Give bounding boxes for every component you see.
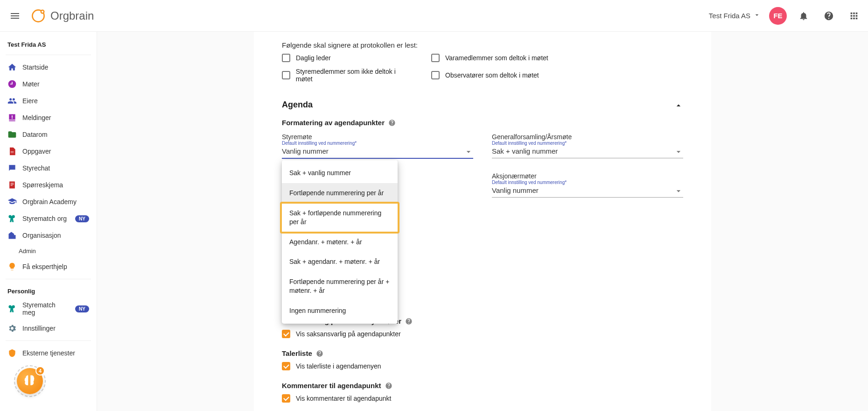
fab-badge: 4 — [35, 366, 45, 376]
org-icon — [7, 231, 17, 240]
avatar[interactable]: FE — [769, 7, 787, 25]
select-styremote-numbering[interactable]: Vanlig nummer — [282, 144, 473, 159]
sidebar-item-9[interactable]: Styrematch orgNY — [0, 210, 97, 227]
chk-label: Daglig leder — [296, 54, 331, 62]
sidebar-item-label: Spørreskjema — [22, 181, 63, 189]
checkbox-icon — [282, 71, 290, 79]
dropdown-option[interactable]: Sak + vanlig nummer — [282, 163, 398, 183]
chk-label: Vis saksansvarlig på agendapunkter — [296, 330, 401, 338]
help-button[interactable] — [820, 7, 837, 24]
sidebar-item-3[interactable]: Meldinger — [0, 109, 97, 126]
sidebar-tenant: Test Frida AS — [0, 36, 97, 51]
talerliste-title: Talerliste — [282, 349, 312, 357]
dropdown-option[interactable]: Ingen nummerering — [282, 301, 398, 321]
sidebar-item-label: Datarom — [22, 131, 48, 138]
apps-grid-icon — [849, 11, 859, 21]
chk-daily-leader[interactable]: Daglig leder — [282, 54, 413, 62]
sidebar-item-external[interactable]: Eksterne tjenester — [0, 345, 97, 361]
divider — [6, 55, 91, 55]
svg-point-2 — [42, 11, 43, 13]
dropdown-option[interactable]: Agendanr. + møtenr. + år — [282, 232, 398, 252]
chk-observers[interactable]: Observatører som deltok i møtet — [431, 68, 683, 83]
sidebar-item-p1[interactable]: Innstillinger — [0, 320, 97, 337]
chk-talerliste[interactable]: Vis talerliste i agendamenyen — [282, 362, 683, 370]
folder-icon — [7, 130, 17, 139]
chat-icon — [7, 163, 17, 173]
help-icon[interactable] — [388, 119, 396, 127]
kommentar-title: Kommentarer til agendapunkt — [282, 382, 381, 390]
checkbox-icon — [431, 54, 440, 62]
logo-text: Orgbrain — [50, 9, 94, 22]
dropdown-option[interactable]: Sak + fortløpende nummerering per år — [282, 203, 398, 232]
select-floating-label: Default innstilling ved nummerering* — [492, 180, 567, 185]
appbar: Orgbrain Test Frida AS FE — [0, 0, 868, 32]
sidebar-item-label: Oppgaver — [22, 148, 51, 155]
sidebar-item-2[interactable]: Eiere — [0, 92, 97, 109]
sidebar-item-label: Styrematch meg — [22, 301, 70, 316]
caret-down-icon — [674, 186, 683, 197]
badge-new: NY — [75, 305, 89, 312]
chk-label: Vis talerliste i agendamenyen — [296, 362, 381, 370]
dropdown-option[interactable]: Fortløpende nummerering per år + møtenr.… — [282, 272, 398, 301]
checkbox-checked-icon — [282, 394, 290, 403]
help-icon[interactable] — [405, 318, 413, 325]
bell-icon — [798, 11, 809, 21]
sidebar-item-5[interactable]: Oppgaver — [0, 143, 97, 160]
alert-icon — [7, 113, 17, 122]
doc-icon — [7, 147, 17, 156]
sidebar-item-10[interactable]: Organisasjon — [0, 227, 97, 244]
org-switcher[interactable]: Test Frida AS — [709, 11, 761, 20]
caret-down-icon — [464, 147, 473, 158]
caret-down-icon — [674, 147, 683, 158]
formatting-title: Formatering av agendapunkter — [282, 119, 385, 127]
chevron-up-icon — [674, 99, 683, 110]
chk-saksansvarlig[interactable]: Vis saksansvarlig på agendapunkter — [282, 330, 683, 338]
checkbox-checked-icon — [282, 330, 290, 338]
sidebar-sub-admin[interactable]: Admin — [0, 244, 97, 258]
sidebar-item-expert[interactable]: Få eksperthjelp — [0, 258, 97, 275]
sidebar-item-label: Styrematch org — [22, 215, 67, 222]
chk-label: Styremedlemmer som ikke deltok i møtet — [296, 68, 413, 83]
help-icon[interactable] — [385, 382, 392, 390]
sidebar-item-6[interactable]: Styrechat — [0, 160, 97, 177]
select-value: Sak + vanlig nummer — [492, 147, 558, 155]
help-fab[interactable]: 4 — [17, 368, 43, 394]
menu-toggle[interactable] — [6, 7, 24, 25]
select-general-numbering[interactable]: Sak + vanlig nummer — [492, 144, 683, 158]
chk-label: Vis kommentarer til agendapunkt — [296, 395, 391, 402]
apps-button[interactable] — [846, 7, 862, 24]
dropdown-option[interactable]: Sak + agendanr. + møtenr. + år — [282, 252, 398, 272]
sidebar-item-8[interactable]: Orgbrain Academy — [0, 193, 97, 210]
checkbox-checked-icon — [282, 362, 290, 370]
external-icon — [7, 348, 17, 358]
agenda-section-toggle[interactable]: Agenda — [282, 99, 683, 110]
sidebar-item-p0[interactable]: Styrematch megNY — [0, 298, 97, 320]
chk-vara[interactable]: Varamedlemmer som deltok i møtet — [431, 54, 683, 62]
select-shareholder-numbering[interactable]: Vanlig nummer — [492, 184, 683, 198]
sidebar-item-label: Møter — [22, 80, 40, 88]
dropdown-option[interactable]: Fortløpende nummerering per år — [282, 183, 398, 203]
select-value: Vanlig nummer — [282, 147, 329, 155]
badge-new: NY — [75, 215, 89, 222]
notifications-button[interactable] — [795, 7, 812, 24]
sidebar-item-4[interactable]: Datarom — [0, 126, 97, 143]
hamburger-icon — [9, 10, 21, 21]
chk-label: Varamedlemmer som deltok i møtet — [445, 54, 548, 62]
agenda-title: Agenda — [282, 100, 313, 110]
select-floating-label: Default innstilling ved nummerering* — [492, 141, 567, 146]
sidebar-item-1[interactable]: Møter — [0, 76, 97, 92]
home-icon — [7, 63, 17, 72]
people-icon — [7, 96, 17, 106]
chk-non-attending-board[interactable]: Styremedlemmer som ikke deltok i møtet — [282, 68, 413, 83]
logo[interactable]: Orgbrain — [30, 7, 94, 24]
sidebar-item-label: Startside — [22, 64, 48, 71]
meeting-type-label: Aksjonærmøter — [492, 172, 683, 180]
brain-icon — [23, 374, 37, 388]
sidebar-item-0[interactable]: Startside — [0, 59, 97, 76]
sidebar-item-7[interactable]: Spørreskjema — [0, 177, 97, 193]
sidebar-sub-admin-label: Admin — [19, 248, 36, 255]
meeting-type-label: Styremøte — [282, 133, 473, 141]
avatar-initials: FE — [773, 12, 782, 20]
help-icon[interactable] — [316, 350, 323, 357]
chk-kommentar[interactable]: Vis kommentarer til agendapunkt — [282, 394, 683, 403]
